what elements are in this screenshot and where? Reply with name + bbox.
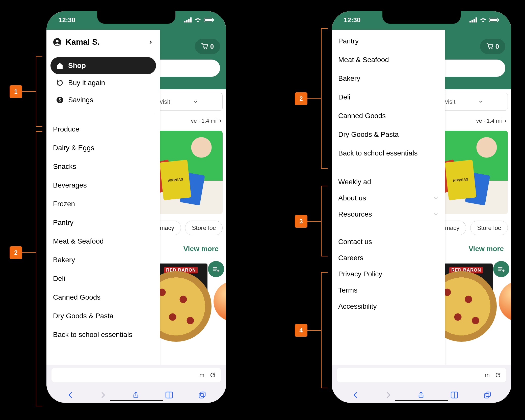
view-more-link[interactable]: View more (183, 245, 219, 253)
nav-shop[interactable]: Shop (50, 57, 156, 74)
forward-icon[interactable] (99, 391, 107, 399)
svg-point-10 (56, 40, 59, 42)
chevron-right-icon (148, 39, 153, 45)
tabs-icon[interactable] (198, 391, 206, 399)
annotation-bracket-3 (321, 186, 322, 256)
cart-button[interactable]: 0 (195, 39, 220, 54)
cat-meat-seafood[interactable]: Meat & Seafood (332, 50, 445, 69)
chevron-down-icon (478, 99, 484, 104)
share-icon[interactable] (132, 391, 140, 399)
search-input[interactable] (152, 60, 220, 77)
svg-rect-17 (474, 19, 475, 22)
annotation-bracket-4 (321, 272, 322, 388)
link-resources[interactable]: Resources (332, 206, 445, 222)
annotation-marker-2-left: 2 (10, 246, 22, 259)
reload-icon[interactable] (209, 372, 216, 378)
cat-dry-goods-pasta[interactable]: Dry Goods & Pasta (46, 307, 160, 325)
link-accessibility[interactable]: Accessibility (332, 298, 445, 314)
link-terms[interactable]: Terms (332, 282, 445, 298)
svg-rect-24 (486, 392, 490, 397)
chevron-down-icon (433, 212, 439, 217)
cart-icon (486, 43, 493, 50)
view-more-link[interactable]: View more (468, 245, 504, 253)
browser-toolbar: m (332, 365, 511, 403)
product-card[interactable]: RED BARON DEEP DISH Singles PEPPERONI PI… (151, 264, 223, 332)
cat-deli[interactable]: Deli (46, 269, 160, 288)
cat-canned-goods[interactable]: Canned Goods (46, 288, 160, 307)
cat-canned-goods[interactable]: Canned Goods (332, 107, 445, 125)
bookmarks-icon[interactable] (450, 391, 459, 399)
visit-label: visit (160, 98, 170, 105)
cat-beverages[interactable]: Beverages (46, 176, 160, 195)
link-careers[interactable]: Careers (332, 250, 445, 266)
forward-icon[interactable] (384, 391, 392, 399)
fulfillment-selector[interactable]: visit (440, 93, 508, 111)
cat-back-to-school[interactable]: Back to school essentials (46, 325, 160, 344)
back-icon[interactable] (352, 391, 359, 399)
hero-banner[interactable]: HIPPEAS (152, 131, 223, 214)
annotation-bracket-1 (36, 56, 36, 127)
store-distance[interactable]: ve · 1.4 mi (191, 118, 223, 124)
hero-banner[interactable]: HIPPEAS (437, 131, 508, 214)
bookmarks-icon[interactable] (165, 391, 173, 399)
store-distance[interactable]: ve · 1.4 mi (476, 118, 508, 124)
link-weekly-ad[interactable]: Weekly ad (332, 174, 445, 190)
annotation-marker-3: 3 (295, 215, 307, 228)
nav-drawer: Kamal S. Shop Buy it again $ Savings Pro… (46, 30, 160, 403)
chip-store-locator[interactable]: Store loc (470, 221, 508, 235)
svg-point-22 (489, 48, 490, 49)
wifi-icon (194, 17, 201, 22)
cat-meat-seafood[interactable]: Meat & Seafood (46, 232, 160, 251)
chevron-right-icon (503, 119, 508, 123)
cat-pantry[interactable]: Pantry (332, 32, 445, 50)
cat-produce[interactable]: Produce (46, 120, 160, 139)
add-to-list-button[interactable] (208, 261, 224, 277)
cat-bakery[interactable]: Bakery (46, 251, 160, 269)
cat-snacks[interactable]: Snacks (46, 157, 160, 176)
tabs-icon[interactable] (484, 391, 491, 399)
battery-icon (204, 17, 214, 22)
cat-back-to-school[interactable]: Back to school essentials (332, 144, 445, 163)
svg-rect-13 (201, 392, 205, 397)
cat-deli[interactable]: Deli (332, 88, 445, 107)
user-account-row[interactable]: Kamal S. (46, 30, 160, 53)
back-icon[interactable] (67, 391, 74, 399)
search-input[interactable] (437, 60, 505, 77)
cat-dry-goods-pasta[interactable]: Dry Goods & Pasta (332, 125, 445, 144)
nav-savings[interactable]: $ Savings (46, 91, 160, 109)
link-privacy-policy[interactable]: Privacy Policy (332, 266, 445, 282)
svg-rect-15 (469, 21, 471, 22)
cat-frozen[interactable]: Frozen (46, 195, 160, 213)
cat-dairy-eggs[interactable]: Dairy & Eggs (46, 139, 160, 157)
product-card[interactable]: RED BARON DEEP DISH Singles PEPPERONI PI… (436, 264, 508, 332)
fulfillment-selector[interactable]: visit (154, 93, 223, 111)
chevron-right-icon (218, 119, 223, 123)
cat-pantry[interactable]: Pantry (46, 213, 160, 232)
svg-rect-6 (213, 19, 214, 21)
chip-store-locator[interactable]: Store loc (185, 221, 223, 235)
url-bar[interactable]: m (51, 368, 221, 382)
add-to-list-button[interactable] (493, 261, 509, 277)
link-contact-us[interactable]: Contact us (332, 234, 445, 250)
list-add-icon (212, 265, 220, 273)
link-about-us[interactable]: About us (332, 190, 445, 206)
svg-rect-5 (205, 19, 212, 21)
svg-rect-1 (186, 20, 188, 22)
svg-text:$: $ (59, 97, 61, 102)
svg-rect-16 (471, 20, 473, 22)
status-time: 12:30 (344, 16, 361, 24)
user-icon (53, 38, 62, 46)
share-icon[interactable] (417, 391, 425, 399)
nav-buy-it-again[interactable]: Buy it again (46, 74, 160, 91)
phone-mockup-right: 12:30 0 visit (328, 8, 515, 406)
svg-rect-25 (484, 393, 489, 398)
signal-icon (184, 17, 192, 22)
list-add-icon (497, 265, 505, 273)
cat-bakery[interactable]: Bakery (332, 69, 445, 88)
reload-icon[interactable] (495, 372, 501, 378)
svg-rect-0 (184, 21, 186, 22)
url-bar[interactable]: m (337, 368, 506, 382)
annotation-marker-2-right: 2 (295, 92, 307, 105)
svg-point-23 (491, 48, 492, 49)
cart-button[interactable]: 0 (480, 39, 505, 54)
